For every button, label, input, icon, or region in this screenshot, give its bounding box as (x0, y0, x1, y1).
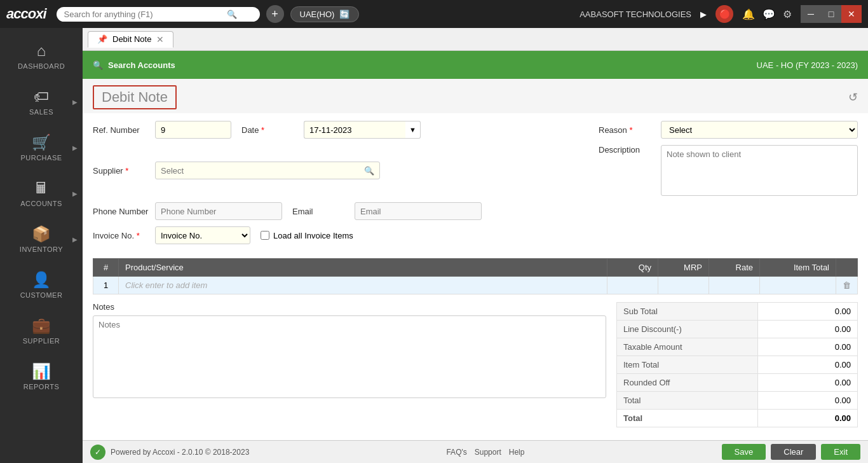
form-title: Debit Note (93, 85, 177, 109)
minimize-button[interactable]: ─ (801, 5, 821, 23)
window-controls: ─ □ ✕ (801, 5, 862, 23)
sidebar-label-dashboard: DASHBOARD (18, 62, 65, 70)
close-button[interactable]: ✕ (841, 5, 862, 23)
search-accounts-button[interactable]: 🔍 Search Accounts (93, 60, 175, 70)
totals-section: Sub Total 0.00 Line Discount(-) 0.00 Tax… (616, 302, 858, 427)
arrow-icon: ▶ (700, 10, 707, 19)
form-row-4: Invoice No. Invoice No. Load all Invoice… (93, 226, 858, 244)
footer-left: ✓ Powered by Accoxi - 2.0.10 © 2018-2023 (90, 445, 249, 460)
phone-group: Phone Number (93, 202, 282, 220)
form-refresh-button[interactable]: ↺ (848, 90, 858, 104)
rounded-label: Rounded Off (617, 374, 758, 392)
sidebar-item-inventory[interactable]: 📦 INVENTORY ▶ (0, 216, 83, 262)
sidebar-item-accounts[interactable]: 🖩 ACCOUNTS ▶ (0, 170, 83, 216)
load-all-checkbox[interactable] (261, 231, 269, 240)
row-delete-button[interactable]: 🗑 (836, 277, 858, 294)
bell-icon[interactable]: 🔔 (742, 8, 755, 20)
sidebar-item-sales[interactable]: 🏷 SALES ▶ (0, 79, 83, 125)
rounded-value: 0.00 (758, 374, 858, 392)
inventory-arrow-icon: ▶ (72, 236, 78, 243)
table-header: # Product/Service Qty MRP Rate Item Tota… (93, 259, 858, 277)
footer-links: FAQ's Support Help (446, 448, 524, 457)
sidebar-item-reports[interactable]: 📊 REPORTS (0, 354, 83, 399)
notes-section: Notes (93, 302, 606, 427)
invoice-select[interactable]: Invoice No. (155, 226, 250, 244)
sidebar-label-supplier: SUPPLIER (23, 337, 60, 345)
faq-link[interactable]: FAQ's (446, 448, 466, 457)
search-accounts-label: Search Accounts (108, 60, 175, 70)
sidebar-label-inventory: INVENTORY (20, 245, 63, 253)
load-all-label[interactable]: Load all Invoice Items (261, 231, 353, 240)
total-label: Total (617, 392, 758, 410)
table-header-row: # Product/Service Qty MRP Rate Item Tota… (93, 259, 858, 277)
avatar[interactable]: 🔴 (715, 5, 733, 23)
date-dropdown-button[interactable]: ▼ (405, 121, 421, 139)
sidebar-item-purchase[interactable]: 🛒 PURCHASE ▶ (0, 125, 83, 170)
form-area: 🔍 Search Accounts UAE - HO (FY 2023 - 20… (83, 51, 868, 440)
row-mrp[interactable] (658, 277, 709, 294)
item-total-label: Item Total (617, 356, 758, 374)
row-product[interactable]: Click enter to add item (119, 277, 607, 294)
search-icon[interactable]: 🔍 (227, 10, 237, 19)
message-icon[interactable]: 💬 (763, 8, 775, 20)
region-selector[interactable]: UAE(HO) 🔄 (290, 6, 360, 22)
taxable-value: 0.00 (758, 338, 858, 356)
sidebar-label-accounts: ACCOUNTS (20, 200, 62, 207)
col-product: Product/Service (119, 259, 607, 277)
notes-label: Notes (93, 302, 606, 312)
purchase-icon: 🛒 (32, 134, 51, 151)
date-group: Date ▼ (241, 121, 421, 139)
phone-label: Phone Number (93, 207, 150, 216)
support-link[interactable]: Support (475, 448, 501, 457)
form-row-1: Ref. Number Date ▼ Reason Select (93, 121, 858, 139)
topbar: accoxi 🔍 + UAE(HO) 🔄 AABASOFT TECHNOLOGI… (0, 0, 868, 28)
supplier-input[interactable] (156, 163, 359, 178)
settings-icon[interactable]: ⚙ (783, 8, 792, 20)
items-table: # Product/Service Qty MRP Rate Item Tota… (93, 258, 858, 294)
footer: ✓ Powered by Accoxi - 2.0.10 © 2018-2023… (83, 440, 868, 463)
taxable-label: Taxable Amount (617, 338, 758, 356)
totals-row-rounded: Rounded Off 0.00 (617, 374, 858, 392)
phone-input[interactable] (155, 202, 282, 220)
notes-textarea[interactable] (93, 315, 606, 398)
search-bar[interactable]: 🔍 (57, 7, 260, 22)
col-rate: Rate (709, 259, 760, 277)
email-input[interactable] (355, 202, 482, 220)
date-input[interactable] (304, 121, 405, 139)
sidebar-item-dashboard[interactable]: ⌂ DASHBOARD (0, 33, 83, 79)
maximize-button[interactable]: □ (821, 5, 841, 23)
tab-close-button[interactable]: ✕ (156, 34, 164, 45)
row-total[interactable] (760, 277, 836, 294)
description-label: Description (599, 145, 656, 155)
add-button[interactable]: + (266, 5, 284, 23)
help-link[interactable]: Help (509, 448, 525, 457)
email-label: Email (292, 207, 349, 216)
invoice-label: Invoice No. (93, 231, 150, 240)
region-display: UAE - HO (FY 2023 - 2023) (757, 60, 858, 70)
totals-row-grand: Total 0.00 (617, 410, 858, 427)
col-num: # (93, 259, 119, 277)
reason-select[interactable]: Select (661, 121, 858, 139)
sidebar-item-supplier[interactable]: 💼 SUPPLIER (0, 308, 83, 354)
reports-icon: 📊 (32, 363, 51, 380)
clear-button[interactable]: Clear (771, 444, 816, 460)
description-textarea[interactable] (661, 145, 858, 196)
ref-number-input[interactable] (155, 121, 231, 139)
form-body: Ref. Number Date ▼ Reason Select (83, 113, 868, 258)
row-qty[interactable] (607, 277, 658, 294)
exit-button[interactable]: Exit (821, 444, 860, 460)
item-total-value: 0.00 (758, 356, 858, 374)
region-label: UAE(HO) (300, 10, 335, 19)
activate-windows-notice: Activate Windows Go to Settings to activ… (83, 435, 868, 440)
tab-bar: 📌 Debit Note ✕ (83, 28, 868, 51)
supplier-search-icon[interactable]: 🔍 (359, 166, 379, 176)
tab-debit-note[interactable]: 📌 Debit Note ✕ (88, 31, 173, 48)
save-button[interactable]: Save (722, 444, 766, 460)
col-action (836, 259, 858, 277)
sidebar-item-customer[interactable]: 👤 CUSTOMER (0, 262, 83, 308)
form-title-row: Debit Note ↺ (83, 79, 868, 113)
search-input[interactable] (64, 10, 223, 19)
row-rate[interactable] (709, 277, 760, 294)
load-all-group: Load all Invoice Items (261, 231, 353, 240)
row-num: 1 (93, 277, 119, 294)
